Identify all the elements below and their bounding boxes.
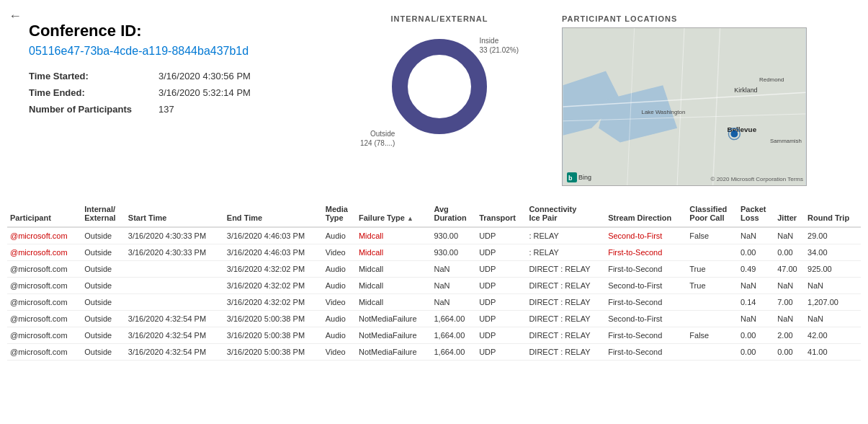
table-cell: 0.00 [738,327,774,344]
table-row: @microsoft.comOutside3/16/2020 4:32:54 P… [7,344,861,361]
table-cell: First-to-Second [605,244,686,261]
table-cell: @microsoft.com [7,344,81,361]
chart-title: INTERNAL/EXTERNAL [391,14,488,23]
map-copyright: © 2020 Microsoft Corporation Terms [711,176,803,182]
col-round-trip[interactable]: Round Trip [805,200,861,227]
table-cell: True [686,261,738,278]
table-cell: Outside [81,294,125,311]
col-internal-external[interactable]: Internal/External [81,200,125,227]
table-cell: Video [323,294,356,311]
table-cell: UDP [476,327,526,344]
table-cell: 3/16/2020 4:32:54 PM [125,311,224,327]
table-cell: Outside [81,344,125,361]
table-cell: UDP [476,311,526,327]
table-cell: @microsoft.com [7,294,81,311]
col-start-time[interactable]: Start Time [125,200,224,227]
table-cell: DIRECT : RELAY [526,327,605,344]
table-cell: NaN [431,294,476,311]
table-cell: UDP [476,294,526,311]
table-cell: Midcall [356,261,431,278]
table-row: @microsoft.comOutside3/16/2020 4:32:54 P… [7,327,861,344]
table-cell: False [686,227,738,244]
conf-id-value: 05116e47-73ba-4cde-a119-8844ba437b1d [29,45,331,58]
table-cell: 1,664.00 [431,311,476,327]
table-cell: UDP [476,344,526,361]
table-cell: 3/16/2020 4:30:33 PM [125,244,224,261]
col-participant[interactable]: Participant [7,200,81,227]
table-cell [125,261,224,278]
table-cell: 3/16/2020 5:00:38 PM [224,311,323,327]
col-stream-direction[interactable]: Stream Direction [605,200,686,227]
table-cell: 41.00 [805,344,861,361]
table-cell: Midcall [356,244,431,261]
table-cell: 0.49 [738,261,774,278]
table-cell: 0.00 [774,344,805,361]
table-cell [125,294,224,311]
col-packet-loss[interactable]: PacketLoss [738,200,774,227]
table-cell: UDP [476,261,526,278]
table-cell: 47.00 [774,261,805,278]
table-cell: DIRECT : RELAY [526,294,605,311]
conference-info: Conference ID: 05116e47-73ba-4cde-a119-8… [29,14,331,186]
outside-label: Outside [370,130,395,138]
table-cell: @microsoft.com [7,327,81,344]
table-cell: DIRECT : RELAY [526,344,605,361]
participants-table: Participant Internal/External Start Time… [7,200,861,361]
svg-text:b: b [568,175,573,182]
table-cell: 1,664.00 [431,327,476,344]
table-cell: Audio [323,278,356,294]
time-ended-value: 3/16/2020 5:32:14 PM [158,87,251,98]
table-cell: @microsoft.com [7,227,81,244]
table-cell: NaN [431,261,476,278]
table-cell: First-to-Second [605,294,686,311]
table-cell: @microsoft.com [7,261,81,278]
table-cell: 34.00 [805,244,861,261]
table-cell: Video [323,244,356,261]
table-cell: True [686,278,738,294]
back-button[interactable]: ← [9,9,22,24]
map-title: PARTICIPANT LOCATIONS [562,14,854,23]
table-cell: NaN [805,278,861,294]
table-cell: NotMediaFailure [356,327,431,344]
table-cell: NotMediaFailure [356,311,431,327]
table-cell: 3/16/2020 5:00:38 PM [224,344,323,361]
table-cell: NaN [738,278,774,294]
svg-text:Sammamish: Sammamish [770,138,802,144]
bing-logo: b Bing [567,172,591,182]
col-end-time[interactable]: End Time [224,200,323,227]
table-cell: 925.00 [805,261,861,278]
col-media-type[interactable]: MediaType [323,200,356,227]
table-cell: Audio [323,311,356,327]
table-cell: Midcall [356,294,431,311]
table-cell: UDP [476,278,526,294]
table-cell: NaN [805,311,861,327]
table-cell: First-to-Second [605,261,686,278]
table-cell [686,244,738,261]
table-cell: 3/16/2020 4:46:03 PM [224,244,323,261]
table-cell: Outside [81,311,125,327]
table-cell: : RELAY [526,227,605,244]
table-cell: UDP [476,227,526,244]
table-row: @microsoft.comOutside3/16/2020 4:32:54 P… [7,311,861,327]
table-cell: Audio [323,227,356,244]
table-header-row: Participant Internal/External Start Time… [7,200,861,227]
table-cell: 0.00 [738,344,774,361]
table-cell: 3/16/2020 4:32:02 PM [224,261,323,278]
table-cell [686,344,738,361]
participant-locations: PARTICIPANT LOCATIONS Kirkland Redmond [547,14,854,186]
table-cell: DIRECT : RELAY [526,261,605,278]
col-ice-pair[interactable]: ConnectivityIce Pair [526,200,605,227]
table-cell: NaN [738,311,774,327]
col-failure-type[interactable]: Failure Type ▲ [356,200,431,227]
col-poor-call[interactable]: ClassifiedPoor Call [686,200,738,227]
table-row: @microsoft.comOutside3/16/2020 4:32:02 P… [7,261,861,278]
col-transport[interactable]: Transport [476,200,526,227]
col-avg-duration[interactable]: AvgDuration [431,200,476,227]
svg-text:Redmond: Redmond [759,76,784,83]
table-row: @microsoft.comOutside3/16/2020 4:30:33 P… [7,227,861,244]
col-jitter[interactable]: Jitter [774,200,805,227]
table-cell: Midcall [356,278,431,294]
donut-chart [382,29,497,144]
outside-value: 124 (78....) [360,139,395,147]
table-row: @microsoft.comOutside3/16/2020 4:32:02 P… [7,294,861,311]
